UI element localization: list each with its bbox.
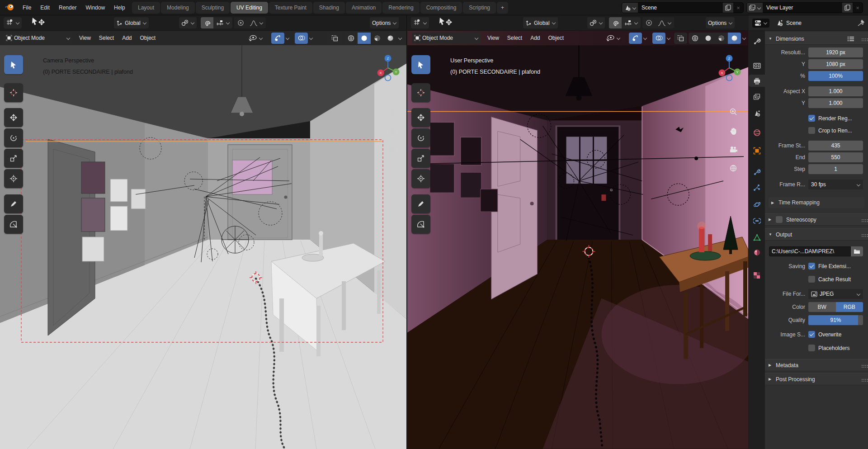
presets-icon[interactable] — [847, 36, 854, 42]
overwrite-checkbox[interactable] — [808, 331, 815, 338]
shading-rendered-button[interactable] — [728, 33, 741, 44]
workspace-tab-animation[interactable]: Animation — [346, 2, 382, 14]
pivot-point-dropdown[interactable] — [587, 17, 605, 28]
transform-orientation-dropdown[interactable]: Global — [114, 17, 149, 28]
stereoscopy-checkbox[interactable] — [776, 216, 783, 223]
transform-tool[interactable] — [411, 169, 430, 188]
panel-expand-arrow[interactable]: ▶ — [769, 377, 773, 381]
scale-tool[interactable] — [411, 149, 430, 168]
chevron-down-icon[interactable] — [309, 36, 313, 40]
viewport-left-canvas[interactable] — [0, 45, 407, 449]
move-tool[interactable] — [411, 108, 430, 127]
tab-scene[interactable] — [749, 107, 765, 119]
drag-handle-icon[interactable] — [862, 38, 863, 39]
options-dropdown[interactable]: Options — [706, 17, 735, 28]
pivot-point-dropdown[interactable] — [179, 17, 197, 28]
rotate-tool[interactable] — [4, 128, 23, 147]
panel-stereoscopy[interactable]: ▶ Stereoscopy — [765, 213, 868, 226]
select-box-tool[interactable] — [411, 55, 430, 74]
tab-texture[interactable] — [749, 269, 765, 281]
rotate-tool[interactable] — [411, 128, 430, 147]
aspect-x-field[interactable]: 1.000 — [808, 86, 863, 96]
frame-start-field[interactable]: 435 — [808, 141, 863, 151]
proportional-editing-toggle[interactable] — [642, 17, 655, 28]
scale-tool[interactable] — [4, 149, 23, 168]
view-layer-browse-button[interactable] — [747, 3, 763, 13]
toggle-xray-button[interactable] — [328, 33, 341, 44]
tab-material[interactable] — [749, 246, 765, 259]
move-tool[interactable] — [4, 108, 23, 127]
panel-post-processing[interactable]: ▶ Post Processing — [765, 373, 868, 385]
tab-object-data[interactable] — [749, 232, 765, 244]
workspace-tab-scripting[interactable]: Scripting — [463, 2, 496, 14]
shading-dropdown-chevron[interactable] — [742, 36, 746, 40]
menu-window[interactable]: Window — [81, 2, 109, 13]
show-overlays-toggle[interactable] — [295, 33, 308, 44]
workspace-tab-layout[interactable]: Layout — [132, 2, 160, 14]
shading-wireframe-button[interactable] — [344, 33, 358, 44]
transform-orientation-dropdown[interactable]: Global — [523, 17, 558, 28]
workspace-tab-sculpting[interactable]: Sculpting — [196, 2, 230, 14]
cache-result-checkbox[interactable] — [808, 276, 815, 283]
menu-view[interactable]: View — [483, 33, 503, 44]
visibility-dropdown[interactable] — [248, 34, 263, 42]
drag-handle-icon[interactable] — [862, 234, 863, 235]
transform-tool[interactable] — [4, 169, 23, 188]
shading-dropdown-chevron[interactable] — [398, 36, 402, 40]
menu-select[interactable]: Select — [503, 33, 526, 44]
frame-end-field[interactable]: 550 — [808, 152, 863, 162]
measure-tool[interactable] — [4, 215, 23, 234]
shading-wireframe-button[interactable] — [689, 33, 702, 44]
tab-world[interactable] — [749, 127, 765, 139]
snap-toggle-button[interactable] — [201, 17, 213, 28]
tab-physics[interactable] — [749, 199, 765, 211]
shading-solid-button[interactable] — [358, 33, 371, 44]
frame-rate-dropdown[interactable]: 30 fps — [808, 180, 863, 189]
aspect-y-field[interactable]: 1.000 — [808, 98, 863, 108]
menu-edit[interactable]: Edit — [36, 2, 54, 13]
tab-render[interactable] — [749, 60, 765, 72]
breadcrumb[interactable]: Scene — [786, 20, 802, 26]
tab-object[interactable] — [749, 145, 765, 157]
menu-select[interactable]: Select — [95, 33, 118, 44]
snap-settings-dropdown[interactable] — [622, 20, 641, 26]
blender-logo-icon[interactable] — [5, 3, 14, 12]
chevron-down-icon[interactable] — [643, 36, 647, 40]
snap-toggle-button[interactable] — [609, 17, 622, 28]
panel-metadata[interactable]: ▶ Metadata — [765, 359, 868, 371]
panel-output[interactable]: ▼ Output — [765, 228, 868, 241]
resolution-x-field[interactable]: 1920 px — [808, 47, 863, 57]
tab-tool[interactable] — [749, 35, 765, 47]
panel-expand-arrow[interactable]: ▼ — [769, 232, 773, 236]
panel-expand-arrow[interactable]: ▼ — [769, 37, 773, 41]
cursor-tool[interactable] — [411, 83, 430, 102]
panel-expand-arrow[interactable]: ▶ — [769, 217, 773, 222]
remove-view-layer-button[interactable]: × — [853, 3, 863, 13]
color-bw-button[interactable]: BW — [808, 302, 836, 312]
shading-rendered-button[interactable] — [384, 33, 397, 44]
resolution-percent-slider[interactable]: 100% — [808, 71, 863, 81]
new-scene-button[interactable] — [722, 3, 733, 13]
workspace-tab-rendering[interactable]: Rendering — [382, 2, 419, 14]
viewport-right-canvas[interactable] — [407, 45, 748, 449]
view-layer-name[interactable]: View Layer — [763, 5, 842, 11]
placeholders-checkbox[interactable] — [808, 345, 815, 351]
shading-material-button[interactable] — [371, 33, 384, 44]
panel-expand-arrow[interactable]: ▶ — [769, 363, 773, 367]
annotate-tool[interactable] — [411, 194, 430, 213]
perspective-toggle-gizmo[interactable] — [726, 161, 740, 175]
unlink-scene-button[interactable]: × — [733, 3, 743, 13]
snap-settings-dropdown[interactable] — [213, 20, 232, 26]
render-region-checkbox[interactable] — [808, 115, 815, 122]
zoom-gizmo[interactable] — [726, 105, 740, 118]
measure-tool[interactable] — [411, 215, 430, 234]
menu-render[interactable]: Render — [54, 2, 81, 13]
file-format-dropdown[interactable]: JPEG — [808, 289, 863, 299]
drag-handle-icon[interactable] — [862, 379, 863, 380]
menu-help[interactable]: Help — [109, 2, 130, 13]
active-tool-selector[interactable] — [411, 17, 429, 28]
workspace-tab-modeling[interactable]: Modeling — [161, 2, 195, 14]
menu-object[interactable]: Object — [136, 33, 160, 44]
resolution-y-field[interactable]: 1080 px — [808, 59, 863, 69]
select-box-tool[interactable] — [4, 55, 23, 74]
